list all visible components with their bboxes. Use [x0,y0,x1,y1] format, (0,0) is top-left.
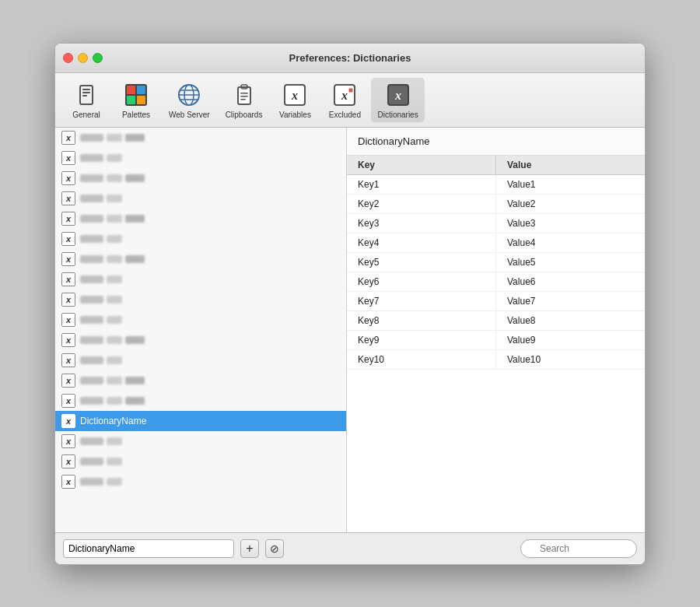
sidebar-item[interactable]: x [55,148,346,168]
sidebar-item-icon: x [61,374,75,388]
sidebar-item[interactable]: x [55,269,346,289]
palettes-icon [122,81,150,109]
toolbar-item-clipboards[interactable]: Clipboards [219,78,269,122]
sidebar-item-label [80,296,122,304]
table-row[interactable]: Key4Value4 [347,233,645,253]
sidebar-item-label [80,235,122,243]
preferences-window: Preferences: Dictionaries General [54,43,646,565]
toolbar-item-dictionaries[interactable]: x Dictionaries [371,78,424,122]
dictionary-name-input[interactable] [63,539,234,558]
minimize-button[interactable] [78,53,88,63]
table-row[interactable]: Key7Value7 [347,292,645,311]
sidebar-item-label [80,174,145,182]
sidebar-item[interactable]: x [55,350,346,370]
svg-rect-1 [82,89,90,90]
table-row[interactable]: Key5Value5 [347,253,645,272]
toolbar-label-clipboards: Clipboards [226,111,263,119]
svg-rect-17 [240,96,248,97]
add-button[interactable]: + [240,539,259,558]
toolbar: General Palettes [55,73,645,128]
toolbar-item-general[interactable]: General [63,78,110,122]
sidebar-item-icon: x [61,252,75,266]
sidebar-item-label [80,437,122,445]
sidebar-item-icon: x [61,333,75,347]
sidebar-item-icon: x [61,475,75,489]
toolbar-label-general: General [72,111,100,119]
remove-button[interactable]: ⊘ [265,539,284,558]
svg-rect-3 [82,95,87,96]
sidebar-item-label [80,356,122,364]
sidebar-item[interactable]: x [55,431,346,451]
sidebar-item[interactable]: x [55,188,346,209]
table-row[interactable]: Key2Value2 [347,195,645,214]
toolbar-item-webserver[interactable]: Web Server [163,78,216,122]
table-row[interactable]: Key3Value3 [347,214,645,233]
sidebar-item[interactable]: x [55,249,346,269]
sidebar-item[interactable]: x [55,229,346,249]
sidebar-item[interactable]: x [55,370,346,391]
table-cell-key: Key2 [347,195,496,213]
sidebar-item-icon: x [61,191,75,205]
sidebar-item-label [80,336,145,344]
dict-name-header: DictionaryName [347,128,645,156]
toolbar-item-excluded[interactable]: x Excluded [321,78,368,122]
table-row[interactable]: Key8Value8 [347,311,645,331]
sidebar-item[interactable]: xDictionaryName [55,411,346,431]
table-cell-key: Key1 [347,175,496,194]
sidebar-item-label: DictionaryName [80,416,146,426]
table-cell-key: Key9 [347,331,496,349]
sidebar-item[interactable]: x [55,330,346,350]
variables-icon: x [281,81,309,109]
sidebar-item-label [80,215,145,223]
webserver-icon [175,81,203,109]
table-row[interactable]: Key1Value1 [347,175,645,195]
sidebar-item[interactable]: x [55,472,346,492]
svg-rect-2 [82,92,90,93]
sidebar-item-label [80,195,122,202]
table-row[interactable]: Key9Value9 [347,331,645,350]
close-button[interactable] [63,53,73,63]
sidebar-item[interactable]: x [55,391,346,411]
table-cell-key: Key7 [347,292,496,311]
traffic-lights [63,53,103,63]
table-row[interactable]: Key10Value10 [347,350,645,370]
sidebar-item-label [80,134,145,142]
sidebar-item-label [80,154,122,162]
toolbar-item-variables[interactable]: x Variables [271,78,318,122]
table-cell-value: Value6 [496,272,645,291]
sidebar-item[interactable]: x [55,128,346,148]
table-cell-value: Value4 [496,233,645,252]
svg-text:x: x [291,89,298,102]
sidebar-item[interactable]: x [55,451,346,472]
clipboard-icon [230,81,258,109]
col-header-value: Value [496,156,645,174]
svg-rect-8 [137,96,145,104]
window-title: Preferences: Dictionaries [289,52,411,64]
table-cell-value: Value3 [496,214,645,233]
sidebar: xxxxxxxxxxxxxxxDictionaryNamexxx [55,128,347,532]
svg-rect-18 [240,99,246,100]
excluded-icon: x [331,81,359,109]
svg-text:x: x [394,89,401,102]
sidebar-item-icon: x [61,212,75,226]
sidebar-item[interactable]: x [55,310,346,330]
sidebar-item[interactable]: x [55,209,346,229]
table-row[interactable]: Key6Value6 [347,272,645,292]
general-icon [72,81,100,109]
sidebar-item-icon: x [61,313,75,327]
sidebar-item-icon: x [61,293,75,307]
sidebar-item-label [80,255,145,263]
table-cell-value: Value9 [496,331,645,349]
sidebar-item[interactable]: x [55,168,346,188]
zoom-button[interactable] [93,53,103,63]
content-area: xxxxxxxxxxxxxxxDictionaryNamexxx Diction… [55,128,645,532]
bottom-bar: + ⊘ 🔍 [55,532,645,564]
toolbar-item-palettes[interactable]: Palettes [113,78,159,122]
search-input[interactable] [520,539,637,558]
sidebar-item[interactable]: x [55,289,346,310]
sidebar-item-icon: x [61,353,75,367]
svg-rect-16 [240,93,248,94]
toolbar-label-excluded: Excluded [329,111,361,119]
sidebar-item-label [80,458,122,465]
sidebar-item-label [80,397,145,405]
